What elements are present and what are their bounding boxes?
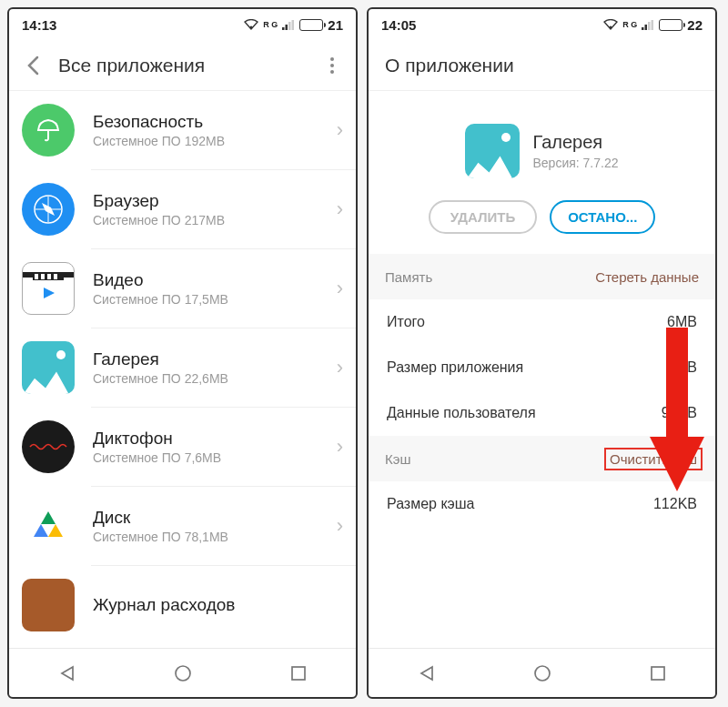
chevron-left-icon	[26, 56, 39, 76]
clear-data-action[interactable]: Стереть данные	[595, 269, 699, 285]
circle-home-icon	[533, 664, 551, 682]
nav-home[interactable]	[533, 664, 551, 682]
app-row-video[interactable]: ВидеоСистемное ПО 17,5MB ›	[9, 249, 356, 328]
status-time: 14:13	[22, 17, 56, 33]
section-cache: Кэш Очистить кэш	[369, 436, 715, 481]
row-total: Итого6MB	[369, 299, 715, 345]
gallery-icon	[22, 341, 75, 394]
chevron-right-icon: ›	[337, 514, 343, 538]
svg-rect-17	[642, 27, 644, 30]
phone-app-detail: 14:05 R G 22 О приложении Галерея Версия…	[367, 7, 717, 699]
section-label: Память	[385, 269, 432, 285]
status-bar: 14:05 R G 22	[369, 9, 715, 40]
svg-rect-12	[47, 274, 51, 279]
clear-cache-action[interactable]: Очистить кэш	[604, 448, 703, 470]
row-userdata: Данные пользователя96KB	[369, 390, 715, 436]
section-memory: Память Стереть данные	[369, 254, 715, 299]
svg-rect-11	[41, 274, 45, 279]
dictaphone-icon	[22, 420, 75, 473]
svg-rect-15	[292, 667, 305, 680]
umbrella-icon	[22, 104, 75, 157]
svg-rect-18	[645, 25, 648, 30]
app-sub: Системное ПО 17,5MB	[93, 292, 337, 307]
video-icon	[22, 262, 75, 315]
nav-bar	[369, 648, 715, 697]
app-name: Безопасность	[93, 112, 337, 132]
app-sub: Системное ПО 7,6MB	[93, 450, 337, 465]
svg-rect-22	[652, 667, 664, 680]
svg-rect-19	[648, 22, 651, 30]
chevron-right-icon: ›	[337, 197, 343, 221]
app-name: Галерея	[532, 132, 618, 153]
app-detail-top: Галерея Версия: 7.7.22 УДАЛИТЬ ОСТАНО...	[369, 91, 715, 254]
svg-point-16	[610, 26, 612, 29]
app-version: Версия: 7.7.22	[532, 156, 618, 170]
status-right: R G 21	[244, 17, 343, 33]
uninstall-button[interactable]: УДАЛИТЬ	[429, 200, 538, 234]
row-cachesize: Размер кэша112KB	[369, 481, 715, 527]
nav-back[interactable]	[418, 664, 436, 682]
app-row-disk[interactable]: ДискСистемное ПО 78,1MB ›	[9, 487, 356, 565]
circle-home-icon	[174, 664, 192, 682]
svg-rect-13	[54, 274, 57, 279]
signal-icon	[282, 20, 295, 30]
chevron-right-icon: ›	[337, 277, 343, 300]
battery-level: 21	[328, 17, 343, 33]
status-network: R G	[622, 20, 637, 29]
nav-back[interactable]	[58, 664, 76, 682]
app-list: БезопасностьСистемное ПО 192MB › Браузер…	[9, 91, 356, 648]
phone-all-apps: 14:13 R G 21 Все приложения Безопасность…	[7, 7, 358, 699]
svg-point-14	[176, 666, 190, 681]
app-name: Диктофон	[93, 429, 337, 449]
drive-icon	[22, 500, 75, 552]
app-row-wallet[interactable]: Журнал расходов	[9, 566, 356, 631]
triangle-back-icon	[58, 664, 76, 682]
app-name: Журнал расходов	[93, 595, 343, 615]
app-name: Диск	[93, 508, 337, 528]
app-row-security[interactable]: БезопасностьСистемное ПО 192MB ›	[9, 91, 356, 169]
page-title: О приложении	[385, 55, 704, 76]
battery-icon	[659, 19, 682, 31]
app-row-dictaphone[interactable]: ДиктофонСистемное ПО 7,6MB ›	[9, 408, 356, 486]
status-time: 14:05	[381, 17, 416, 33]
app-row-gallery[interactable]: ГалереяСистемное ПО 22,6MB ›	[9, 328, 356, 407]
svg-rect-20	[652, 20, 654, 30]
section-label: Кэш	[385, 451, 410, 467]
svg-point-6	[330, 64, 334, 67]
nav-recent[interactable]	[290, 665, 307, 682]
svg-point-0	[250, 26, 253, 29]
nav-home[interactable]	[174, 664, 192, 682]
app-name: Видео	[93, 270, 337, 290]
wifi-icon	[244, 19, 258, 30]
more-button[interactable]	[319, 53, 345, 78]
force-stop-button[interactable]: ОСТАНО...	[550, 200, 655, 234]
compass-icon	[22, 183, 75, 236]
page-title: Все приложения	[58, 55, 307, 76]
app-name: Браузер	[93, 191, 337, 211]
battery-icon	[299, 19, 323, 31]
triangle-back-icon	[418, 664, 436, 682]
svg-rect-10	[35, 274, 38, 279]
nav-recent[interactable]	[650, 665, 666, 682]
chevron-right-icon: ›	[337, 118, 343, 142]
svg-rect-3	[288, 22, 291, 30]
svg-point-7	[330, 70, 334, 74]
row-appsize: Размер приложенияMB	[369, 345, 715, 390]
battery-level: 22	[687, 17, 703, 33]
app-name: Галерея	[93, 349, 337, 369]
wifi-icon	[603, 19, 618, 30]
chevron-right-icon: ›	[337, 435, 343, 459]
wallet-icon	[22, 579, 75, 631]
chevron-right-icon: ›	[337, 356, 343, 379]
svg-rect-4	[292, 20, 295, 30]
back-button[interactable]	[20, 53, 46, 78]
signal-icon	[642, 20, 654, 30]
app-row-browser[interactable]: БраузерСистемное ПО 217MB ›	[9, 170, 356, 248]
app-detail-header: О приложении	[369, 40, 715, 91]
svg-rect-2	[286, 25, 288, 30]
gallery-icon	[465, 124, 520, 178]
status-bar: 14:13 R G 21	[9, 9, 356, 40]
svg-point-21	[535, 666, 550, 681]
app-sub: Системное ПО 192MB	[93, 134, 337, 148]
nav-bar	[9, 648, 356, 697]
